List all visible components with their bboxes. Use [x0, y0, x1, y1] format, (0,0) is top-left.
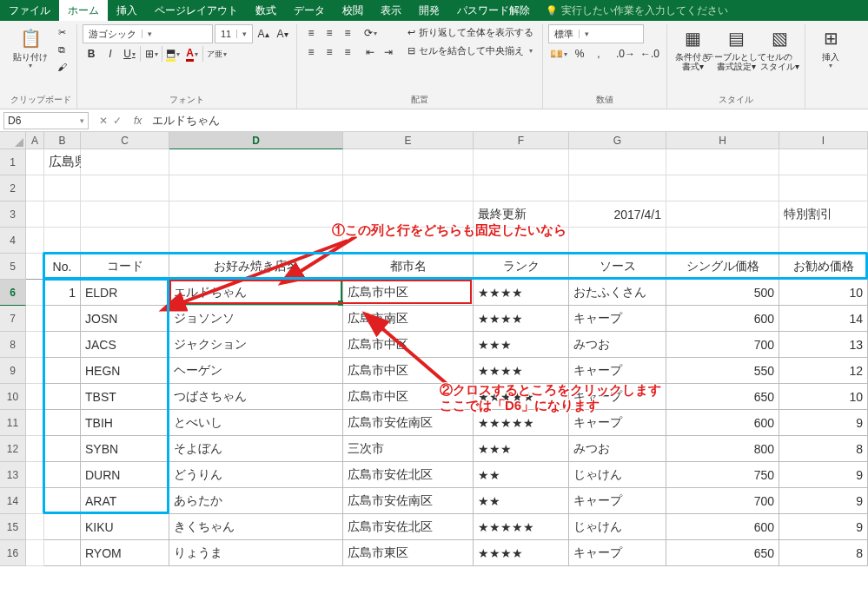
cell[interactable]: みつお	[569, 332, 666, 358]
column-header-B[interactable]: B	[44, 132, 81, 149]
cell[interactable]: 600	[666, 306, 779, 332]
cell[interactable]	[666, 228, 779, 254]
cell[interactable]	[26, 410, 44, 436]
cell[interactable]: ARAT	[81, 488, 169, 514]
cell[interactable]: キャープ	[569, 306, 666, 332]
row-header-2[interactable]: 2	[0, 175, 26, 201]
cell[interactable]	[26, 201, 44, 228]
cell[interactable]: ★★★★	[474, 358, 569, 384]
wrap-text-button[interactable]: ↩折り返して全体を表示する	[404, 24, 537, 41]
align-center-button[interactable]: ≡	[321, 43, 338, 61]
increase-decimal-button[interactable]: .0→	[614, 45, 637, 63]
tab-insert[interactable]: 挿入	[108, 0, 146, 21]
cell[interactable]	[779, 228, 868, 254]
row-header-6[interactable]: 6	[0, 280, 26, 306]
align-right-button[interactable]: ≡	[339, 43, 356, 61]
cell[interactable]	[26, 306, 44, 332]
cell[interactable]	[169, 201, 343, 228]
cell[interactable]: エルドちゃん	[169, 280, 343, 306]
cell[interactable]	[569, 175, 666, 201]
cell[interactable]: ★★★★	[474, 280, 569, 306]
cell[interactable]: ★★★★	[474, 540, 569, 566]
increase-font-button[interactable]: A▴	[255, 25, 272, 43]
cell[interactable]: 750	[666, 462, 779, 488]
cell[interactable]	[26, 462, 44, 488]
cell[interactable]: 9	[779, 410, 868, 436]
cell[interactable]	[44, 384, 81, 410]
tab-file[interactable]: ファイル	[0, 0, 59, 21]
cell[interactable]: 550	[666, 358, 779, 384]
row-header-1[interactable]: 1	[0, 149, 26, 175]
cancel-formula-button[interactable]: ✕	[99, 115, 108, 127]
insert-cells-button[interactable]: ⊞挿入▾	[811, 24, 851, 71]
cell[interactable]: あらたか	[169, 488, 343, 514]
row-header-10[interactable]: 10	[0, 384, 26, 410]
cell[interactable]	[44, 462, 81, 488]
cell[interactable]	[169, 228, 343, 254]
cell[interactable]: ★★	[474, 488, 569, 514]
cell[interactable]: 700	[666, 488, 779, 514]
cell[interactable]: 広島市中区	[343, 384, 474, 410]
cell[interactable]	[474, 149, 569, 175]
cell[interactable]	[474, 228, 569, 254]
cell[interactable]: 都市名	[343, 254, 474, 280]
number-format-dropdown[interactable]: 標準▾	[548, 24, 644, 43]
row-header-11[interactable]: 11	[0, 410, 26, 436]
cell[interactable]	[474, 175, 569, 201]
format-as-table-button[interactable]: ▤テーブルとして 書式設定▾	[716, 24, 756, 73]
cell[interactable]: ★★★★	[474, 306, 569, 332]
fx-icon[interactable]: fx	[129, 115, 147, 127]
column-header-D[interactable]: D	[169, 132, 343, 149]
column-header-A[interactable]: A	[26, 132, 44, 149]
row-header-3[interactable]: 3	[0, 201, 26, 228]
bold-button[interactable]: B	[83, 45, 100, 63]
cell[interactable]	[666, 175, 779, 201]
cell[interactable]	[169, 149, 343, 175]
cell[interactable]	[44, 175, 81, 201]
align-middle-button[interactable]: ≡	[321, 24, 338, 42]
format-painter-button[interactable]: 🖌	[54, 59, 70, 75]
row-header-8[interactable]: 8	[0, 332, 26, 358]
cell[interactable]	[26, 488, 44, 514]
cell[interactable]	[44, 514, 81, 540]
cell[interactable]: ランク	[474, 254, 569, 280]
cell[interactable]	[343, 149, 474, 175]
cell[interactable]: JOSN	[81, 306, 169, 332]
column-header-C[interactable]: C	[81, 132, 169, 149]
cell[interactable]	[44, 228, 81, 254]
cell[interactable]: ソース	[569, 254, 666, 280]
enter-formula-button[interactable]: ✓	[113, 115, 122, 127]
row-header-5[interactable]: 5	[0, 254, 26, 280]
row-header-9[interactable]: 9	[0, 358, 26, 384]
cell[interactable]: 600	[666, 410, 779, 436]
cell[interactable]	[343, 175, 474, 201]
cell[interactable]: 500	[666, 280, 779, 306]
cell[interactable]	[44, 488, 81, 514]
cell[interactable]: キャープ	[569, 358, 666, 384]
cell[interactable]: 14	[779, 306, 868, 332]
italic-button[interactable]: I	[102, 45, 119, 63]
tab-developer[interactable]: 開発	[410, 0, 448, 21]
orientation-button[interactable]: ⟳	[361, 24, 379, 42]
cell[interactable]	[26, 280, 44, 306]
cell[interactable]	[44, 332, 81, 358]
align-bottom-button[interactable]: ≡	[339, 24, 356, 42]
column-header-H[interactable]: H	[666, 132, 779, 149]
cell[interactable]: じゃけん	[569, 462, 666, 488]
cell[interactable]	[26, 436, 44, 462]
row-header-7[interactable]: 7	[0, 306, 26, 332]
decrease-decimal-button[interactable]: ←.0	[639, 45, 661, 63]
cell[interactable]: 650	[666, 540, 779, 566]
cell[interactable]	[26, 384, 44, 410]
increase-indent-button[interactable]: ⇥	[380, 43, 397, 61]
cell[interactable]: ELDR	[81, 280, 169, 306]
font-name-dropdown[interactable]: 游ゴシック▾	[83, 24, 213, 43]
tab-data[interactable]: データ	[285, 0, 334, 21]
cell[interactable]	[569, 149, 666, 175]
phonetic-button[interactable]: ア亜	[205, 45, 229, 63]
cell[interactable]: 特別割引	[779, 201, 868, 228]
copy-button[interactable]: ⧉	[54, 42, 70, 57]
cell[interactable]	[666, 149, 779, 175]
cell[interactable]: TBIH	[81, 410, 169, 436]
cell[interactable]: つばさちゃん	[169, 384, 343, 410]
